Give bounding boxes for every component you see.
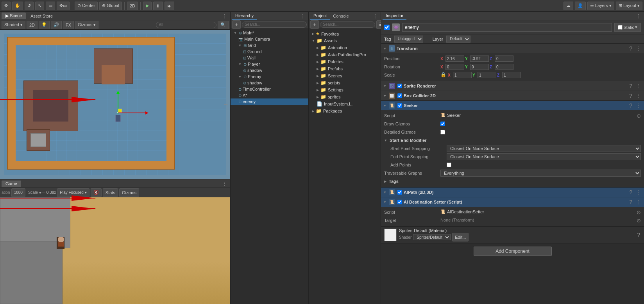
detailed-gizmos-checkbox[interactable] [440, 130, 445, 134]
project-options[interactable]: ⋮ [371, 13, 379, 19]
h-item-enemy[interactable]: ▼ ⊙ Enemy [231, 73, 308, 80]
static-btn[interactable]: Static ▾ [614, 23, 641, 32]
tab-inspector[interactable]: Inspector [383, 13, 406, 20]
scene-canvas[interactable]: ↔ [0, 30, 230, 179]
box-collider-enabled[interactable] [397, 93, 402, 98]
pos-z-input[interactable] [495, 55, 513, 62]
material-info-btn[interactable]: ? [636, 232, 641, 238]
scene-toolbar-audio[interactable]: 🔊 [51, 21, 62, 29]
add-points-checkbox[interactable] [447, 163, 451, 167]
seeker-info-btn[interactable]: ? [628, 102, 633, 109]
ai-destination-header[interactable]: ▼ 📜 AI Destination Setter (Script) ? ⋮ [381, 197, 644, 207]
sprite-renderer-enabled[interactable] [397, 84, 402, 88]
h-item-ground[interactable]: ⊡ Ground [231, 48, 308, 55]
h-item-shadow1[interactable]: ⊙ shadow [231, 67, 308, 73]
toolbar-global-btn[interactable]: ⊕ Global [99, 2, 122, 10]
rot-x-input[interactable] [445, 64, 464, 70]
tag-select[interactable]: Untagged [394, 36, 423, 43]
seeker-script-target-btn[interactable]: ⊙ [637, 113, 641, 119]
toolbar-rotate-btn[interactable]: ↺ [25, 2, 34, 10]
scene-toolbar-fx[interactable]: FX [63, 21, 74, 29]
p-packages[interactable]: ▶ 📁 Packages [309, 107, 381, 114]
h-item-grid[interactable]: ▼ ⊞ Grid [231, 42, 308, 48]
start-point-select[interactable]: Closest On Node Surface [447, 145, 641, 152]
shader-select[interactable]: Sprites/Default [413, 234, 451, 240]
h-item-wall[interactable]: ⊡ Wall [231, 55, 308, 61]
scene-search[interactable] [156, 22, 216, 28]
toolbar-scale-btn[interactable]: ⤡ [35, 2, 44, 10]
p-assets-root[interactable]: ▼ 📁 Assets [309, 37, 381, 44]
tab-asset-store[interactable]: Asset Store [27, 13, 57, 19]
play-btn[interactable]: ▶ [143, 2, 152, 10]
transform-header[interactable]: ▼ ⊕ Transform ? ⋮ [381, 44, 644, 53]
box-collider-menu-btn[interactable]: ⋮ [635, 93, 642, 99]
scene-toolbar-shaded[interactable]: Shaded ▾ [2, 21, 25, 29]
project-search[interactable] [320, 21, 375, 28]
hierarchy-options[interactable]: ⋮ [299, 13, 307, 19]
p-animation[interactable]: ▶ 📁 Animation [309, 44, 381, 51]
tab-project[interactable]: Project [310, 13, 330, 20]
p-favorites[interactable]: ▶ ★ Favorites [309, 30, 381, 37]
pause-btn[interactable]: ⏸ [153, 2, 163, 10]
static-checkbox[interactable] [618, 25, 623, 30]
tab-scene[interactable]: ▶ Scene [2, 13, 26, 19]
audio-mute-btn[interactable]: 🔇 [91, 188, 102, 197]
ai-script-target-btn[interactable]: ⊙ [637, 209, 641, 215]
h-item-main[interactable]: ▼ ⊙ Main* [231, 30, 308, 36]
stats-btn[interactable]: Stats [103, 188, 118, 197]
toolbar-rect-btn[interactable]: ▭ [46, 2, 55, 10]
transform-info-btn[interactable]: ? [628, 45, 633, 52]
tab-hierarchy[interactable]: Hierarchy [232, 13, 257, 20]
pos-y-input[interactable] [470, 55, 489, 62]
scene-toolbar-2d[interactable]: 2D [27, 21, 38, 29]
toolbar-center-btn[interactable]: ⊙ Center [75, 2, 98, 10]
p-astar[interactable]: ▶ 📁 AstarPathfindingPro [309, 51, 381, 58]
box-collider-info-btn[interactable]: ? [628, 93, 633, 99]
aipath-info-btn[interactable]: ? [628, 189, 633, 195]
p-settings[interactable]: ▶ 📁 Settings [309, 86, 381, 93]
p-prefabs[interactable]: ▶ 📁 Prefabs [309, 65, 381, 72]
project-add-btn[interactable]: + [310, 20, 319, 29]
shader-edit-btn[interactable]: Edit... [452, 233, 469, 241]
aipath-menu-btn[interactable]: ⋮ [635, 189, 642, 195]
scale-y-input[interactable] [478, 72, 496, 78]
step-btn[interactable]: ⏭ [165, 2, 174, 10]
p-inputsystem[interactable]: 📄 InputSystem.i... [309, 100, 381, 107]
rot-z-input[interactable] [495, 64, 513, 70]
obj-name-input[interactable] [402, 23, 612, 32]
play-focused-btn[interactable]: Play Focused ▾ [57, 188, 89, 197]
ai-target-obj-btn[interactable]: ⊙ [637, 218, 641, 224]
ai-destination-menu-btn[interactable]: ⋮ [635, 199, 642, 205]
obj-active-checkbox[interactable] [384, 25, 390, 30]
tab-game[interactable]: Game [2, 181, 21, 187]
draw-gizmos-checkbox[interactable] [440, 122, 445, 126]
sprite-renderer-info-btn[interactable]: ? [628, 83, 633, 89]
hierarchy-add-btn[interactable]: + [232, 20, 241, 29]
seeker-header[interactable]: ▼ 📜 Seeker ? ⋮ [381, 101, 644, 110]
traversable-graphs-select[interactable]: Everything [440, 170, 641, 177]
scene-toolbar-light[interactable]: 💡 [39, 21, 50, 29]
sprite-renderer-header[interactable]: ▼ 🖼 Sprite Renderer ? ⋮ [381, 81, 644, 91]
scene-search-btn[interactable]: 🔍 [218, 21, 229, 29]
h-item-timecontroller[interactable]: ⊙ TimeController [231, 86, 308, 92]
ai-destination-enabled[interactable] [397, 200, 402, 204]
rot-y-input[interactable] [470, 64, 489, 70]
aipath-enabled[interactable] [397, 190, 402, 195]
layer-select[interactable]: Default [446, 36, 470, 43]
toolbar-combined-btn[interactable]: ✥▭ [57, 2, 70, 10]
resize-handle[interactable]: ↔ [223, 101, 229, 107]
h-item-enemy-obj[interactable]: ⊙ enemy [231, 98, 308, 105]
pos-x-input[interactable] [445, 55, 464, 62]
layers-btn[interactable]: ☰ Layers ▾ [587, 2, 614, 10]
scale-x-input[interactable] [453, 72, 472, 78]
p-sprites[interactable]: ▶ 📁 sprites [309, 93, 381, 100]
add-component-btn[interactable]: Add Component [474, 247, 552, 256]
p-scenes[interactable]: ▶ 📁 Scenes [309, 72, 381, 79]
toolbar-move-btn[interactable]: ✋ [12, 2, 23, 10]
end-point-select[interactable]: Closest On Node Surface [447, 153, 641, 160]
seeker-menu-btn[interactable]: ⋮ [635, 102, 642, 109]
p-palettes[interactable]: ▶ 📁 Palettes [309, 58, 381, 65]
tab-console[interactable]: Console [330, 13, 352, 19]
h-item-shadow2[interactable]: ⊙ shadow [231, 80, 308, 86]
resolution-select[interactable]: 1080 [11, 188, 25, 197]
